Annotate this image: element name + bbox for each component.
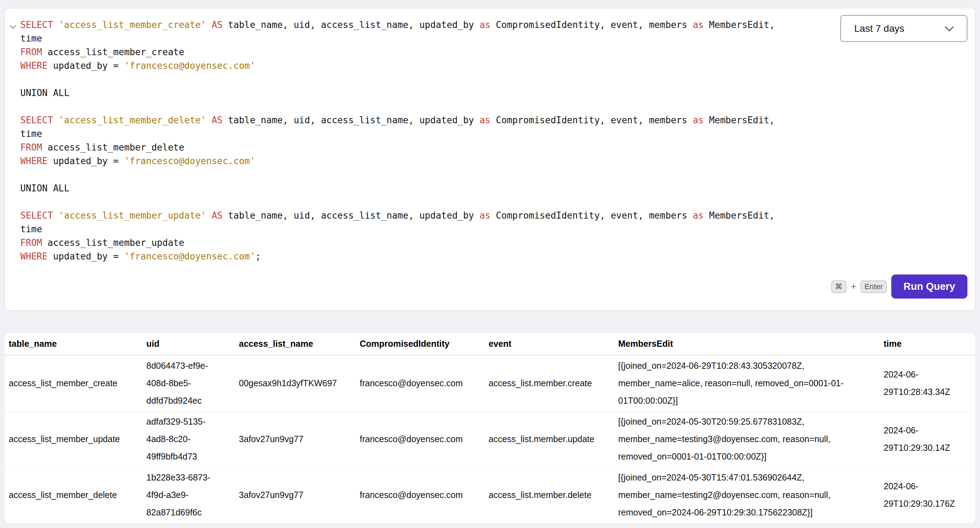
column-header-time: time [880, 333, 976, 355]
sql-code-line: SELECT 'access_list_member_update' AS ta… [20, 209, 829, 223]
results-table-header: table_nameuidaccess_list_nameCompromised… [5, 333, 976, 355]
cell-CompromisedIdentity: francesco@doyensec.com [356, 355, 484, 411]
sql-code-line: FROM access_list_member_update [20, 236, 829, 250]
run-query-row: ⌘ + Enter Run Query [831, 275, 967, 299]
cell-table_name: access_list_member_update [5, 411, 142, 467]
sql-code-line [20, 195, 829, 209]
sql-code-line: WHERE updated_by = 'francesco@doyensec.c… [20, 59, 829, 73]
cell-access_list_name: 3afov27un9vg77 [235, 467, 356, 523]
code-fold-chevron-icon[interactable] [8, 22, 18, 32]
sql-code-line: FROM access_list_member_delete [20, 141, 829, 154]
sql-code-line: time [20, 32, 829, 45]
cell-time: 2024-06-29T10:29:30.14Z [880, 411, 976, 467]
column-header-access_list_name: access_list_name [235, 333, 356, 355]
column-header-MembersEdit: MembersEdit [614, 333, 880, 355]
enter-key-label: Enter [861, 280, 887, 293]
sql-code-line: WHERE updated_by = 'francesco@doyensec.c… [20, 250, 829, 263]
cell-event: access_list.member.create [484, 355, 614, 411]
cell-CompromisedIdentity: francesco@doyensec.com [356, 467, 484, 523]
sql-query-editor-panel: SELECT 'access_list_member_create' AS ta… [4, 8, 976, 311]
time-range-selected-value: Last 7 days [854, 23, 904, 34]
sql-code-line: SELECT 'access_list_member_create' AS ta… [20, 18, 829, 32]
cell-time: 2024-06-29T10:29:30.176Z [880, 467, 976, 523]
cell-access_list_name: 00gesax9h1d3yfTKW697 [235, 355, 356, 411]
sql-code-line: time [20, 127, 829, 141]
sql-code-line: UNION ALL [20, 86, 829, 100]
cell-MembersEdit: [{joined_on=2024-05-30T20:59:25.67783108… [614, 411, 880, 467]
cell-table_name: access_list_member_delete [5, 467, 142, 523]
column-header-event: event [484, 333, 614, 355]
sql-code-line: SELECT 'access_list_member_delete' AS ta… [20, 113, 829, 127]
sql-code-line: time [20, 223, 829, 236]
cell-access_list_name: 3afov27un9vg77 [235, 411, 356, 467]
command-key-icon: ⌘ [831, 280, 846, 293]
sql-code-line: UNION ALL [20, 181, 829, 195]
run-query-button[interactable]: Run Query [891, 275, 967, 299]
cell-uid: 8d064473-ef9e-408d-8be5-ddfd7bd924ec [142, 355, 235, 411]
time-range-select[interactable]: Last 7 days [840, 15, 967, 42]
sql-code-line [20, 168, 829, 181]
shortcut-plus-label: + [851, 281, 856, 292]
table-row: access_list_member_create8d064473-ef9e-4… [5, 355, 976, 411]
table-row: access_list_member_delete1b228e33-6873-4… [5, 467, 976, 523]
cell-uid: adfaf329-5135-4ad8-8c20-49ff9bfb4d73 [142, 411, 235, 467]
column-header-table_name: table_name [5, 333, 142, 355]
chevron-down-icon [944, 25, 955, 32]
sql-code-line: FROM access_list_member_create [20, 45, 829, 59]
column-header-uid: uid [142, 333, 235, 355]
cell-uid: 1b228e33-6873-4f9d-a3e9-82a871d69f6c [142, 467, 235, 523]
sql-code-editor[interactable]: SELECT 'access_list_member_create' AS ta… [20, 18, 829, 263]
cell-MembersEdit: [{joined_on=2024-05-30T15:47:01.53690264… [614, 467, 880, 523]
column-header-CompromisedIdentity: CompromisedIdentity [356, 333, 484, 355]
cell-event: access_list.member.delete [484, 467, 614, 523]
cell-table_name: access_list_member_create [5, 355, 142, 411]
table-row: access_list_member_updateadfaf329-5135-4… [5, 411, 976, 467]
chevron-down-icon [10, 25, 16, 29]
results-table: table_nameuidaccess_list_nameCompromised… [5, 333, 976, 523]
sql-code-line: WHERE updated_by = 'francesco@doyensec.c… [20, 154, 829, 168]
sql-code-line [20, 100, 829, 113]
cell-event: access_list.member.update [484, 411, 614, 467]
cell-CompromisedIdentity: francesco@doyensec.com [356, 411, 484, 467]
cell-MembersEdit: [{joined_on=2024-06-29T10:28:43.30532007… [614, 355, 880, 411]
cell-time: 2024-06-29T10:28:43.34Z [880, 355, 976, 411]
query-results-panel: table_nameuidaccess_list_nameCompromised… [4, 332, 976, 524]
sql-code-line [20, 73, 829, 86]
